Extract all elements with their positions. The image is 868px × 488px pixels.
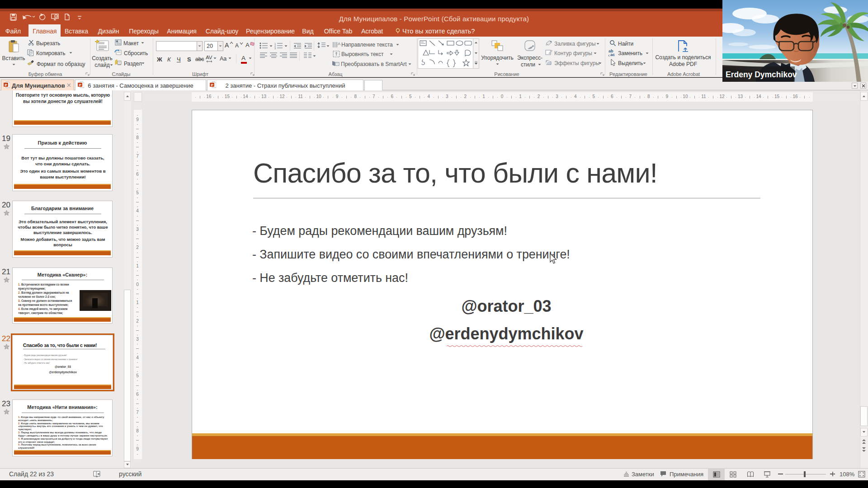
svg-text:P: P	[5, 83, 8, 87]
svg-text:A: A	[338, 42, 340, 46]
svg-text:Erdeny Dymchikov: Erdeny Dymchikov	[726, 70, 797, 79]
svg-text:ac: ac	[610, 52, 615, 57]
svg-text:3: 3	[274, 47, 276, 49]
